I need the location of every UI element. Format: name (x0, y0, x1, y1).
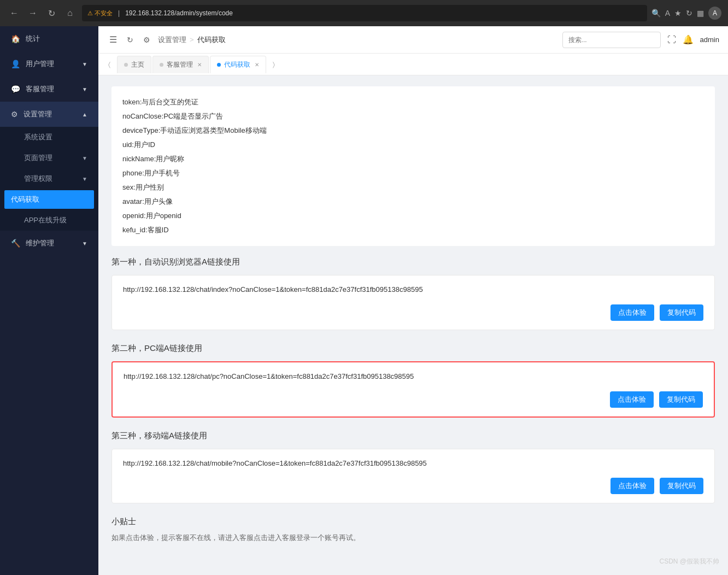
sidebar-label-statistics: 统计 (26, 34, 87, 44)
topbar-right: ⛶ 🔔 admin (562, 32, 719, 48)
tab-home[interactable]: 主页 (117, 56, 151, 73)
sidebar-label-maintenance: 维护管理 (26, 238, 77, 248)
info-line-3: deviceType:手动适应浏览器类型Mobile移动端 (122, 124, 704, 138)
tab-prev-button[interactable]: 〈 (103, 58, 116, 71)
security-warning: ⚠ 不安全 (87, 9, 113, 17)
info-line-6: phone:用户手机号 (122, 166, 704, 180)
breadcrumb-current: 代码获取 (197, 35, 226, 45)
topbar: ☰ ↻ ⚙ 设置管理 > 代码获取 ⛶ 🔔 admin (98, 26, 728, 54)
section3-title: 第三种，移动端A链接使用 (111, 431, 715, 441)
info-line-2: noCanClose:PC端是否显示广告 (122, 109, 704, 124)
reload-button[interactable]: ↻ (44, 5, 59, 21)
sidebar-item-user-management[interactable]: 👤 用户管理 ▼ (0, 51, 98, 77)
section3-actions: 点击体验 复制代码 (123, 478, 703, 494)
tips-text: 如果点击体验，提示客服不在线，请进入客服点击进入客服登录一个账号再试。 (111, 531, 715, 544)
search-icon[interactable]: 🔍 (651, 9, 661, 17)
tips-title: 小贴士 (111, 517, 715, 527)
service-arrow-icon: ▼ (82, 86, 87, 92)
notification-icon[interactable]: 🔔 (683, 34, 694, 45)
info-line-8: avatar:用户头像 (122, 195, 704, 209)
sidebar-sub-page-management[interactable]: 页面管理 ▼ (0, 148, 98, 168)
section1-actions: 点击体验 复制代码 (123, 304, 703, 321)
section1-url: http://192.168.132.128/chat/index?noCanC… (123, 284, 703, 296)
info-line-7: sex:用户性别 (122, 180, 704, 195)
tab-code-fetch[interactable]: 代码获取 ✕ (210, 56, 266, 73)
section1-copy-button[interactable]: 复制代码 (660, 304, 703, 321)
section3-copy-button[interactable]: 复制代码 (660, 478, 703, 494)
section1-card: http://192.168.132.128/chat/index?noCanC… (111, 275, 715, 330)
tips-section: 小贴士 如果点击体验，提示客服不在线，请进入客服点击进入客服登录一个账号再试。 (111, 517, 715, 544)
system-settings-label: 系统设置 (24, 132, 52, 142)
app-container: 🏠 统计 👤 用户管理 ▼ 💬 客服管理 ▼ ⚙ 设置管理 ▲ 系统设置 (0, 26, 728, 575)
forward-button[interactable]: → (25, 5, 40, 21)
main-content: ☰ ↻ ⚙ 设置管理 > 代码获取 ⛶ 🔔 admin 〈 (98, 26, 728, 575)
page-content: token:与后台交互的凭证 noCanClose:PC端是否显示广告 devi… (98, 75, 728, 575)
info-line-9: openid:用户openid (122, 209, 704, 223)
watermark: CSDN @假装我不帅 (659, 557, 719, 566)
maintenance-icon: 🔨 (11, 239, 20, 248)
sidebar-group-settings: ⚙ 设置管理 ▲ 系统设置 页面管理 ▼ 管理权限 ▼ 代码获取 (0, 102, 98, 231)
section1-title: 第一种，自动识别浏览器A链接使用 (111, 257, 715, 267)
breadcrumb-settings: 设置管理 (158, 35, 186, 45)
sidebar-item-service-management[interactable]: 💬 客服管理 ▼ (0, 77, 98, 102)
info-line-5: nickName:用户昵称 (122, 152, 704, 166)
user-icon: 👤 (11, 60, 20, 68)
section2-test-button[interactable]: 点击体验 (610, 391, 654, 408)
section1-test-button[interactable]: 点击体验 (610, 304, 654, 321)
refresh-icon[interactable]: ↻ (686, 9, 692, 17)
tab-next-button[interactable]: 〉 (267, 58, 280, 71)
settings-submenu: 系统设置 页面管理 ▼ 管理权限 ▼ 代码获取 APP在线升级 (0, 127, 98, 231)
tab-code-fetch-close-button[interactable]: ✕ (255, 62, 259, 68)
sidebar-label-user: 用户管理 (26, 59, 77, 69)
sidebar-sub-app-upgrade[interactable]: APP在线升级 (0, 210, 98, 231)
font-icon[interactable]: A (665, 9, 670, 17)
settings-arrow-icon: ▲ (82, 112, 87, 118)
breadcrumb-separator: > (190, 36, 194, 44)
address-bar[interactable]: ⚠ 不安全 | 192.168.132.128/admin/system/cod… (82, 5, 647, 21)
page-mgmt-arrow: ▼ (82, 155, 87, 161)
star-icon[interactable]: ★ (674, 9, 682, 17)
code-fetch-label: 代码获取 (11, 195, 39, 204)
sidebar-toggle-button[interactable]: ☰ (107, 32, 119, 47)
sidebar: 🏠 统计 👤 用户管理 ▼ 💬 客服管理 ▼ ⚙ 设置管理 ▲ 系统设置 (0, 26, 98, 575)
home-button[interactable]: ⌂ (62, 5, 78, 21)
sidebar-item-maintenance[interactable]: 🔨 维护管理 ▼ (0, 231, 98, 256)
tab-service[interactable]: 客服管理 ✕ (152, 56, 209, 73)
topbar-reload-button[interactable]: ↻ (125, 33, 136, 46)
tab-home-dot (124, 63, 128, 67)
page-mgmt-label: 页面管理 (24, 153, 52, 163)
info-line-4: uid:用户ID (122, 138, 704, 152)
back-button[interactable]: ← (7, 5, 22, 21)
search-input[interactable] (562, 32, 661, 48)
section2-copy-button[interactable]: 复制代码 (659, 391, 703, 408)
sidebar-sub-system-settings[interactable]: 系统设置 (0, 127, 98, 148)
profile-icon[interactable]: A (708, 7, 721, 20)
username-label: admin (700, 36, 719, 44)
sidebar-label-settings: 设置管理 (24, 109, 77, 119)
info-line-10: kefu_id:客服ID (122, 223, 704, 237)
url-text: 192.168.132.128/admin/system/code (125, 9, 233, 17)
nav-buttons: ← → ↻ ⌂ (7, 5, 78, 21)
sidebar-sub-permissions[interactable]: 管理权限 ▼ (0, 168, 98, 189)
info-text-block: token:与后台交互的凭证 noCanClose:PC端是否显示广告 devi… (111, 86, 715, 246)
sidebar-sub-code-fetch[interactable]: 代码获取 (4, 190, 94, 209)
section2-title: 第二种，PC端A链接使用 (111, 343, 715, 354)
settings-cog-icon: ⚙ (11, 110, 18, 119)
topbar-settings-icon[interactable]: ⚙ (141, 33, 152, 46)
fullscreen-icon[interactable]: ⛶ (667, 35, 676, 45)
tab-code-fetch-dot (217, 63, 221, 67)
user-arrow-icon: ▼ (82, 61, 87, 67)
section2-url: http://192.168.132.128/chat/pc?noCanClos… (124, 371, 703, 383)
sidebar-item-settings[interactable]: ⚙ 设置管理 ▲ (0, 102, 98, 127)
tab-code-fetch-label: 代码获取 (224, 60, 250, 69)
info-line-1: token:与后台交互的凭证 (122, 95, 704, 109)
section2-card: http://192.168.132.128/chat/pc?noCanClos… (111, 361, 715, 418)
section2-actions: 点击体验 复制代码 (124, 391, 703, 408)
browser-chrome: ← → ↻ ⌂ ⚠ 不安全 | 192.168.132.128/admin/sy… (0, 0, 728, 26)
tab-service-label: 客服管理 (167, 60, 193, 69)
tabs-icon[interactable]: ▦ (697, 9, 704, 17)
app-upgrade-label: APP在线升级 (24, 215, 67, 225)
sidebar-item-statistics[interactable]: 🏠 统计 (0, 26, 98, 51)
section3-test-button[interactable]: 点击体验 (610, 478, 654, 494)
tab-service-close-button[interactable]: ✕ (197, 62, 202, 68)
